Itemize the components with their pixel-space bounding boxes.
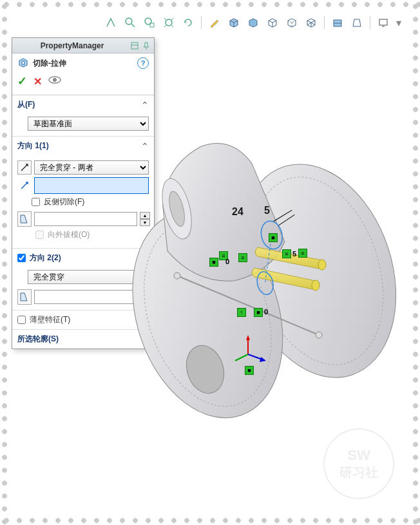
svg-point-22 bbox=[312, 280, 320, 291]
constraint-glyph[interactable]: ■ bbox=[209, 258, 218, 267]
constraint-glyph[interactable]: ≡ bbox=[282, 249, 291, 258]
constraint-glyph[interactable]: ■ bbox=[245, 366, 254, 375]
dimension-24[interactable]: 24 bbox=[232, 206, 243, 218]
constraint-glyph[interactable]: ■ bbox=[254, 308, 263, 317]
constraint-label: 5 bbox=[292, 250, 296, 258]
svg-point-25 bbox=[316, 332, 322, 338]
constraint-glyph[interactable]: ≡ bbox=[238, 253, 247, 262]
constraint-glyph[interactable]: ≡ bbox=[298, 249, 307, 258]
svg-point-24 bbox=[174, 272, 180, 279]
svg-point-21 bbox=[318, 260, 326, 270]
constraint-glyph[interactable]: ↑ bbox=[237, 308, 246, 317]
constraint-label: 0 bbox=[264, 308, 268, 316]
dimension-5[interactable]: 5 bbox=[264, 205, 270, 216]
constraint-label: 0 bbox=[225, 258, 229, 265]
constraint-glyph[interactable]: ■ bbox=[269, 233, 278, 242]
